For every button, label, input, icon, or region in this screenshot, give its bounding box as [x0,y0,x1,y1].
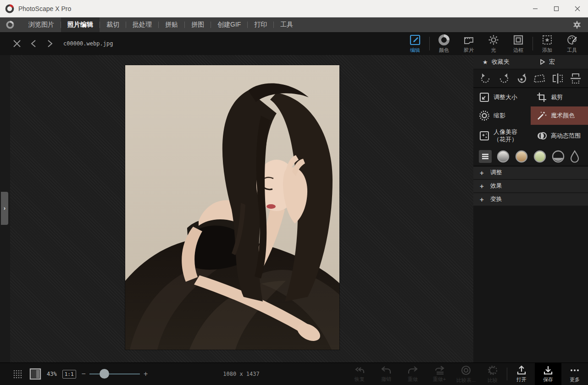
redo-button[interactable]: 重做 [399,363,426,385]
main-area: › [0,55,588,363]
perspective-icon[interactable] [533,73,546,84]
zoom-in-icon[interactable]: + [144,370,148,378]
tab-film[interactable]: 胶片 [456,32,481,55]
preset-green-circle[interactable] [533,150,547,163]
compare-button[interactable]: 比较 [479,363,506,385]
tab-insert[interactable]: 添加 [535,32,560,55]
water-drop-icon[interactable] [570,150,580,163]
flip-vertical-icon[interactable] [570,73,582,84]
preset-warm-circle[interactable] [515,150,528,163]
settings-gear-icon[interactable] [572,20,582,29]
undo-button[interactable]: 撤销 [373,363,399,385]
menu-item-cut[interactable]: 裁切 [100,17,126,32]
left-panel-expander[interactable]: › [1,192,8,225]
compare-rings-icon [460,365,472,376]
section-effects[interactable]: + 效果 [473,180,588,192]
zoom-ratio-button[interactable]: 1:1 [62,370,76,379]
film-icon [463,34,475,46]
more-dots-icon [569,365,580,375]
macro-button[interactable]: 宏 [531,55,588,69]
maximize-button[interactable] [546,0,567,17]
redo-all-icon [434,366,445,375]
redo-icon [407,366,418,375]
panel-empty-space [473,206,588,363]
rotate-angle-icon[interactable] [516,73,527,84]
preset-list-icon [482,153,489,160]
expand-plus-icon: + [480,169,484,177]
zoom-slider-handle[interactable] [100,369,109,379]
redo-all-button[interactable]: 重做+ [426,363,453,385]
preset-list-button[interactable] [479,150,492,163]
compare-table-button[interactable]: 比较表... [453,363,479,385]
minimize-button[interactable] [525,0,546,17]
crop-button[interactable]: 裁剪 [531,88,588,106]
menu-item-editor[interactable]: 照片编辑 [61,17,100,32]
save-download-icon [543,365,553,375]
preset-half-circle[interactable] [551,150,565,163]
menu-item-create-gif[interactable]: 创建GIF [211,17,247,32]
open-upload-icon [516,365,527,375]
editor-canvas[interactable] [10,55,473,363]
menu-item-viewer[interactable]: 浏览图片 [22,17,61,32]
toolbar-separator [533,37,533,50]
tab-frame[interactable]: 边框 [506,32,531,55]
expand-plus-icon: + [480,182,484,190]
edit-tools-panel: ★ 收藏夹 宏 [473,55,588,363]
preset-gray-circle[interactable] [496,150,510,163]
section-transform[interactable]: + 变换 [473,193,588,206]
photo-woman-black-dress [125,65,339,350]
resize-button[interactable]: 调整大小 [473,88,531,106]
zoom-slider[interactable]: − + [82,370,148,378]
expand-plus-icon: + [480,195,484,203]
vignette-icon [479,110,490,121]
zoom-out-icon[interactable]: − [82,370,86,378]
grid-toggle-icon[interactable] [13,368,24,379]
split-view-icon[interactable] [29,368,41,380]
editor-toolbar: c00000.webp.jpg 编辑 颜色 [0,32,588,55]
tab-light[interactable]: 光 [481,32,506,55]
tab-edit[interactable]: 编辑 [403,32,427,55]
menu-item-print[interactable]: 打印 [248,17,273,32]
favorites-button[interactable]: ★ 收藏夹 [473,55,531,69]
menu-item-batch[interactable]: 批处理 [126,17,158,32]
resize-icon [479,92,490,103]
bottom-statusbar: 43% 1:1 − + 1080 x 1437 恢复 [0,363,588,385]
flip-horizontal-icon[interactable] [552,73,564,84]
tab-tools[interactable]: 工具 [560,32,584,55]
next-image-button[interactable] [44,38,56,50]
reset-button[interactable]: 恢复 [346,363,373,385]
magic-color-button[interactable]: 魔术颜色 [531,106,588,125]
save-button[interactable]: 保存 [535,363,561,385]
menu-item-collage[interactable]: 拼贴 [159,17,184,32]
more-button[interactable]: 更多 [561,363,588,385]
previous-image-button[interactable] [28,38,39,50]
magic-wand-icon [536,110,547,121]
photoscape-window: PhotoScape X Pro 浏览图片 照片编辑 裁切 批处理 拼贴 拼图 … [0,0,588,385]
zoom-slider-track[interactable] [89,374,140,374]
menu-item-combine[interactable]: 拼图 [185,17,211,32]
open-button[interactable]: 打开 [508,363,535,385]
toolbar-separator [429,37,430,50]
vignette-button[interactable]: 缩影 [473,106,531,125]
zoom-percentage[interactable]: 43% [47,371,57,377]
section-adjust[interactable]: + 调整 [473,167,588,179]
tab-color[interactable]: 颜色 [432,32,456,55]
app-logo-icon [5,4,15,14]
app-swirl-icon [6,20,15,29]
undo-icon [381,366,392,375]
color-ring-icon [438,34,450,46]
crop-icon [536,92,547,103]
insert-star-icon [541,34,553,46]
close-button[interactable] [567,0,588,17]
menu-item-tools[interactable]: 工具 [274,17,300,32]
rotate-left-icon[interactable] [480,73,492,84]
image-dimensions: 1080 x 1437 [223,371,259,377]
compare-dotted-icon [487,365,498,376]
star-icon: ★ [483,59,488,66]
portrait-beauty-button[interactable]: 人像美容（花开） [473,125,531,147]
close-image-button[interactable] [11,38,23,50]
hdr-button[interactable]: 高动态范围 [531,125,588,147]
tools-palette-icon [566,34,578,46]
rotate-right-icon[interactable] [498,73,510,84]
window-title: PhotoScape X Pro [18,5,71,12]
